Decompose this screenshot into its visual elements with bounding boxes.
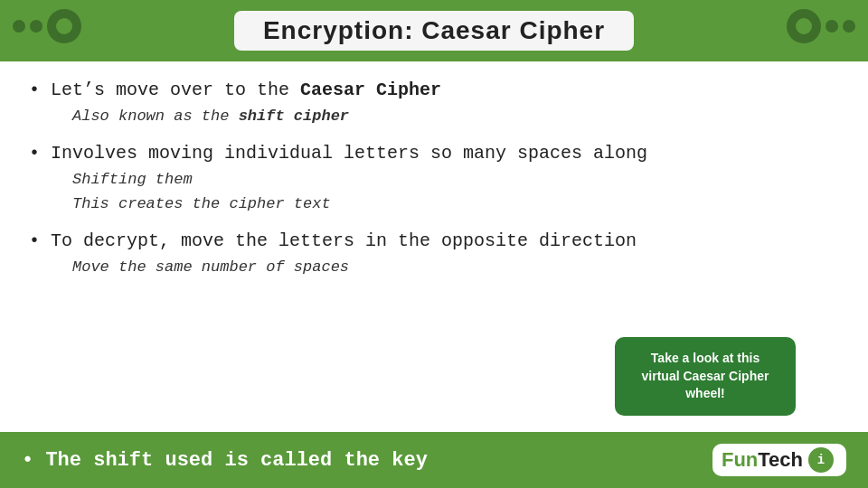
deco-left — [13, 9, 81, 43]
bullet-1-sub-bold: shift cipher — [239, 108, 349, 125]
bullet-3-main: • To decrypt, move the letters in the op… — [29, 229, 839, 254]
fun-text: Fun — [722, 448, 758, 471]
funtech-text: FunTech — [722, 448, 803, 472]
funtech-logo: FunTech i — [712, 444, 846, 476]
bullet-3-sub: Move the same number of spaces — [29, 256, 839, 279]
bullet-2-sub-2: This creates the cipher text — [72, 195, 331, 212]
tech-text: Tech — [758, 448, 803, 471]
dot-small-4 — [843, 20, 855, 33]
page-title: Encryption: Caesar Cipher — [263, 16, 605, 44]
bullet-2-sub-1: Shifting them — [72, 171, 193, 188]
dot-large-right — [787, 9, 821, 43]
top-bar: Encryption: Caesar Cipher — [0, 0, 868, 61]
bullet-3-sub-1: Move the same number of spaces — [72, 258, 349, 276]
bullet-1-sub: Also known as the shift cipher — [29, 105, 839, 128]
bullet-section-2: • Involves moving individual letters so … — [29, 141, 839, 216]
bullet-2-main: • Involves moving individual letters so … — [29, 141, 839, 166]
bottom-bullet-row: • The shift used is called the key — [22, 449, 428, 472]
bullet-1-bold: Caesar Cipher — [300, 80, 441, 100]
logo-icon: i — [808, 447, 834, 473]
tooltip-text: Take a look at this virtual Caesar Ciphe… — [642, 351, 769, 400]
bottom-bar: • The shift used is called the key FunTe… — [0, 432, 868, 488]
title-box: Encryption: Caesar Cipher — [234, 11, 634, 51]
tooltip-popup[interactable]: Take a look at this virtual Caesar Ciphe… — [615, 337, 796, 416]
bullet-2-sub: Shifting them This creates the cipher te… — [29, 168, 839, 216]
bullet-1-main: • Let’s move over to the Caesar Cipher — [29, 78, 839, 103]
dot-large-left — [47, 9, 81, 43]
bottom-bullet-text: • The shift used is called the key — [22, 449, 428, 472]
key-bold: key — [392, 449, 428, 472]
dot-small-2 — [30, 20, 42, 33]
dot-small-1 — [13, 20, 25, 33]
deco-right — [787, 9, 855, 43]
bullet-section-1: • Let’s move over to the Caesar Cipher A… — [29, 78, 839, 128]
bullet-section-3: • To decrypt, move the letters in the op… — [29, 229, 839, 279]
dot-small-3 — [826, 20, 838, 33]
